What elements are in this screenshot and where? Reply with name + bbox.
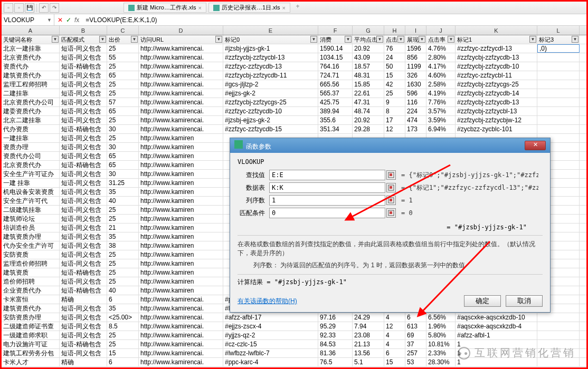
cell[interactable]: 安全生产许可代	[2, 197, 60, 205]
cell[interactable]: 1630	[405, 80, 426, 89]
cell[interactable]: 精确	[60, 295, 107, 304]
cell[interactable]: 15.85	[353, 80, 384, 89]
cell[interactable]: #zzfzycbj-zzfzycdb-14	[456, 89, 537, 98]
cell[interactable]: 1590.14	[318, 44, 353, 53]
cell[interactable]: #afzz-afbl-17	[223, 313, 318, 322]
cell[interactable]: 15	[384, 71, 405, 80]
cell[interactable]: 173	[405, 125, 426, 133]
cell[interactable]: #zzfzycbj-zzfzycdb-13	[456, 98, 537, 106]
cell[interactable]: 29.28	[353, 125, 384, 133]
cell[interactable]: 25	[107, 116, 139, 124]
cell[interactable]: 389.94	[318, 107, 353, 115]
cancel-button[interactable]: 取消	[506, 295, 543, 307]
cell[interactable]: http://www.kamirencai.	[139, 107, 223, 115]
cell[interactable]: 短语-同义包含	[60, 349, 107, 357]
cell[interactable]: http://www.kamirencai.	[139, 331, 223, 339]
cell[interactable]: #zzfzyc-zzfzycdb-15	[223, 125, 318, 133]
cell[interactable]: http://www.kamirencai.	[139, 304, 223, 313]
cell[interactable]: 4.60%	[426, 71, 456, 80]
cell[interactable]: 短语-同义包含	[60, 89, 107, 98]
cell[interactable]: 5.1	[353, 358, 384, 366]
cell[interactable]: 短语-同义包含	[60, 322, 107, 331]
cell[interactable]: http://www.kamiren	[139, 232, 223, 241]
add-tab-button[interactable]: +	[292, 3, 303, 13]
col-header[interactable]: K	[456, 26, 537, 35]
cell[interactable]: 613	[405, 322, 426, 331]
cell[interactable]: 短语-精确包含	[60, 161, 107, 169]
cell[interactable]: 95.29	[318, 322, 353, 331]
cell[interactable]: #aqscxke-aqscxkzdb-10	[456, 313, 537, 322]
table-row[interactable]: 安防资质办理短语-同义包含<25.00>http://www.kamirenca…	[2, 313, 586, 322]
cell[interactable]: 25	[107, 259, 139, 268]
cell[interactable]: 30	[107, 170, 139, 178]
cell[interactable]: 短语-同义包含	[60, 71, 107, 80]
filter-dropdown-icon[interactable]: ▼	[397, 36, 404, 43]
cell[interactable]: 安全生产许可证办	[2, 170, 60, 178]
redo-icon[interactable]: ↷	[50, 3, 59, 13]
cell[interactable]: 短语-精确包含	[60, 62, 107, 71]
cell[interactable]: 21.13	[353, 340, 384, 348]
cell[interactable]: 短语-同义包含	[60, 53, 107, 62]
cell[interactable]: 18.57	[353, 62, 384, 71]
cell[interactable]: 6	[384, 349, 405, 357]
col-header[interactable]: G	[353, 26, 384, 35]
cell[interactable]: 47.31	[353, 98, 384, 106]
filter-dropdown-icon[interactable]: ▼	[310, 36, 317, 43]
cell[interactable]: 30	[107, 143, 139, 151]
range-select-icon[interactable]	[386, 183, 396, 192]
cell[interactable]: 安防资质办理	[2, 313, 60, 322]
table-row[interactable]: 北京一建挂靠短语-同义包含25http://www.kamirencai.#jz…	[2, 44, 586, 53]
cell[interactable]: 建筑资质办理	[2, 232, 60, 241]
cell[interactable]: http://www.kamirencai.	[139, 62, 223, 71]
cell[interactable]: 培训造价员	[2, 224, 60, 232]
cell[interactable]: 短语-同义包含	[60, 170, 107, 178]
cell[interactable]: 1596	[405, 44, 426, 53]
cell[interactable]: http://www.kamiren	[139, 215, 223, 223]
cell[interactable]: #afzz-afbl-1	[456, 331, 537, 339]
cell[interactable]: 40	[107, 286, 139, 295]
cell[interactable]: 二级建造师证书查	[2, 322, 60, 331]
fx-icon[interactable]: fx	[74, 16, 79, 24]
cell[interactable]: http://www.kamirencai.	[139, 349, 223, 357]
cell[interactable]: 37	[405, 340, 426, 348]
cell[interactable]: 6.94%	[426, 125, 456, 133]
new-icon[interactable]: ▫	[4, 3, 13, 13]
cell[interactable]: 116	[405, 98, 426, 106]
workbook-tab-1[interactable]: 新建 Micro…工作表.xls ×	[124, 3, 206, 13]
cell[interactable]: 1199	[405, 62, 426, 71]
cell[interactable]: http://www.kamiren	[139, 206, 223, 214]
cell[interactable]: 25	[107, 206, 139, 214]
cell[interactable]: <25.00>	[107, 313, 139, 322]
cell[interactable]: 短语-精确包含	[60, 340, 107, 348]
header-cell[interactable]: 匹配模式▼	[60, 35, 107, 44]
col-header[interactable]: B	[60, 26, 107, 35]
cell[interactable]: 65	[107, 152, 139, 160]
cell[interactable]: 4.19%	[426, 89, 456, 98]
cell[interactable]: 短语-同义包含	[60, 215, 107, 223]
table-row[interactable]: 建筑资质代办短语-同义包含65http://www.kamirencai.#zz…	[2, 71, 586, 80]
header-cell[interactable]: 平均点击▼	[353, 35, 384, 44]
cell[interactable]: 短语-同义包含	[60, 277, 107, 286]
cell[interactable]: http://www.kamiren	[139, 188, 223, 196]
filter-dropdown-icon[interactable]: ▼	[529, 36, 536, 43]
cell[interactable]: 北京资质代办	[2, 53, 60, 62]
cell[interactable]: 35	[107, 188, 139, 196]
cell[interactable]: 1.96%	[426, 322, 456, 331]
cell[interactable]: http://www.kamirencai.	[139, 44, 223, 53]
cell[interactable]	[537, 313, 580, 322]
cell[interactable]: http://www.kamiren	[139, 152, 223, 160]
col-header[interactable]: F	[318, 26, 353, 35]
cell[interactable]: 短语-同义包含	[60, 331, 107, 339]
param-input[interactable]	[269, 195, 385, 206]
cell[interactable]: http://www.kamiren	[139, 179, 223, 187]
cell[interactable]: #jzsbj-yjjzs-gk-1	[223, 44, 318, 53]
cell[interactable]: 24	[384, 53, 405, 62]
cell[interactable]: 6	[405, 313, 426, 322]
cell[interactable]: #lwfbzz-lwfblc-7	[223, 349, 318, 357]
cell[interactable]: 69	[405, 331, 426, 339]
cell[interactable]: #ejjzs-zscx-4	[223, 322, 318, 331]
cell[interactable]: 建筑资质	[2, 268, 60, 277]
col-header[interactable]: J	[426, 26, 456, 35]
cell[interactable]: 北京一建挂靠	[2, 44, 60, 53]
cell[interactable]: 25	[384, 89, 405, 98]
